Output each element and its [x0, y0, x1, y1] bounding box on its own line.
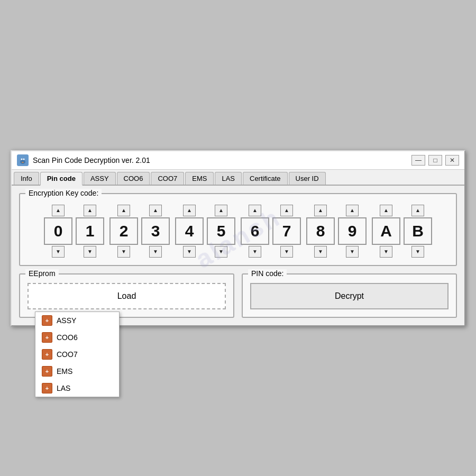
dropdown-item-icon-0: + — [42, 315, 52, 326]
svg-point-6 — [22, 162, 24, 163]
digit-cell-4-0: ▲8▼ — [306, 205, 335, 258]
close-button[interactable]: ✕ — [445, 155, 459, 166]
arrow-up-1-0[interactable]: ▲ — [117, 205, 130, 216]
arrow-up-5-1[interactable]: ▲ — [411, 205, 424, 216]
svg-point-5 — [23, 158, 25, 160]
arrow-up-3-1[interactable]: ▲ — [280, 205, 293, 216]
digit-display-5-0: A — [372, 217, 400, 245]
arrow-up-5-0[interactable]: ▲ — [380, 205, 392, 216]
tab-certificate[interactable]: Certificate — [243, 172, 288, 185]
digit-cell-2-1: ▲5▼ — [206, 205, 236, 258]
dropdown-item-1[interactable]: +COO6 — [35, 329, 119, 346]
digit-display-2-1: 5 — [207, 217, 235, 245]
dropdown-menu: +ASSY+COO6+COO7+EMS+LAS — [35, 312, 120, 397]
digit-display-0-1: 1 — [76, 217, 104, 245]
arrow-up-0-1[interactable]: ▲ — [84, 205, 96, 216]
arrow-down-3-0[interactable]: ▼ — [249, 246, 261, 258]
digit-cell-1-1: ▲3▼ — [141, 205, 170, 258]
arrow-down-0-1[interactable]: ▼ — [84, 246, 96, 258]
digit-pair-1: ▲2▼▲3▼ — [109, 205, 170, 258]
load-button[interactable]: Load — [28, 283, 226, 309]
bottom-row: EEprom Load +ASSY+COO6+COO7+EMS+LAS PIN … — [19, 273, 457, 318]
svg-point-4 — [21, 158, 23, 160]
dropdown-item-label-4: LAS — [57, 384, 70, 392]
arrow-down-3-1[interactable]: ▼ — [280, 246, 293, 258]
dropdown-item-label-1: COO6 — [57, 333, 78, 342]
digit-cell-1-0: ▲2▼ — [109, 205, 139, 258]
arrow-down-2-0[interactable]: ▼ — [183, 246, 196, 258]
arrow-up-3-0[interactable]: ▲ — [249, 205, 261, 216]
dropdown-item-2[interactable]: +COO7 — [35, 346, 119, 363]
digit-display-2-0: 4 — [175, 217, 204, 245]
tab-co07[interactable]: COO7 — [151, 172, 184, 185]
dropdown-item-label-0: ASSY — [57, 316, 76, 325]
digit-pair-2: ▲4▼▲5▼ — [175, 205, 236, 258]
dropdown-item-icon-2: + — [42, 349, 52, 360]
digit-cell-4-1: ▲9▼ — [337, 205, 367, 258]
key-digit-grid: ▲0▼▲1▼▲2▼▲3▼▲4▼▲5▼▲6▼▲7▼▲8▼▲9▼▲A▼▲B▼ — [28, 205, 448, 258]
arrow-up-2-1[interactable]: ▲ — [215, 205, 227, 216]
dropdown-item-3[interactable]: +EMS — [35, 363, 119, 380]
tab-info[interactable]: Info — [14, 172, 39, 185]
tab-assy[interactable]: ASSY — [84, 172, 116, 185]
digit-display-3-0: 6 — [241, 217, 269, 245]
digit-display-4-0: 8 — [306, 217, 335, 245]
arrow-down-1-0[interactable]: ▼ — [117, 246, 130, 258]
digit-display-0-0: 0 — [44, 217, 72, 245]
digit-cell-3-0: ▲6▼ — [240, 205, 270, 258]
main-window: Scan Pin Code Decryption ver. 2.01 — □ ✕… — [11, 150, 465, 326]
arrow-down-1-1[interactable]: ▼ — [149, 246, 162, 258]
title-bar: Scan Pin Code Decryption ver. 2.01 — □ ✕ — [12, 151, 464, 170]
tab-las[interactable]: LAS — [215, 172, 242, 185]
tab-bar: InfoPin codeASSYCOO6COO7EMSLASCertificat… — [12, 170, 464, 186]
digit-cell-5-1: ▲B▼ — [403, 205, 433, 258]
tab-co06[interactable]: COO6 — [117, 172, 150, 185]
digit-display-3-1: 7 — [272, 217, 301, 245]
digit-pair-3: ▲6▼▲7▼ — [240, 205, 301, 258]
digit-display-1-0: 2 — [109, 217, 138, 245]
maximize-button[interactable]: □ — [428, 155, 442, 166]
tab-pincode[interactable]: Pin code — [40, 172, 83, 186]
arrow-down-4-0[interactable]: ▼ — [314, 246, 327, 258]
arrow-down-4-1[interactable]: ▼ — [346, 246, 359, 258]
tab-ems[interactable]: EMS — [185, 172, 214, 185]
digit-pair-5: ▲A▼▲B▼ — [371, 205, 433, 258]
tab-userid[interactable]: User ID — [289, 172, 326, 185]
digit-cell-2-0: ▲4▼ — [175, 205, 204, 258]
arrow-up-0-0[interactable]: ▲ — [52, 205, 65, 216]
minimize-button[interactable]: — — [411, 155, 425, 166]
digit-cell-3-1: ▲7▼ — [272, 205, 301, 258]
arrow-up-4-0[interactable]: ▲ — [314, 205, 327, 216]
digit-pair-0: ▲0▼▲1▼ — [43, 205, 105, 258]
dropdown-item-label-3: EMS — [57, 367, 72, 376]
decrypt-button[interactable]: Decrypt — [250, 283, 448, 309]
dropdown-item-0[interactable]: +ASSY — [35, 312, 119, 329]
dropdown-item-icon-4: + — [42, 383, 52, 393]
app-icon — [17, 154, 29, 166]
arrow-down-5-0[interactable]: ▼ — [380, 246, 392, 258]
dropdown-item-4[interactable]: +LAS — [35, 380, 119, 397]
digit-cell-0-1: ▲1▼ — [75, 205, 105, 258]
digit-cell-5-0: ▲A▼ — [371, 205, 401, 258]
main-content: Encryption Key code: ▲0▼▲1▼▲2▼▲3▼▲4▼▲5▼▲… — [12, 186, 464, 325]
arrow-up-1-1[interactable]: ▲ — [149, 205, 162, 216]
window-title: Scan Pin Code Decryption ver. 2.01 — [33, 156, 411, 164]
eeprom-section: EEprom Load +ASSY+COO6+COO7+EMS+LAS — [19, 273, 234, 318]
window-controls: — □ ✕ — [411, 155, 459, 166]
digit-display-5-1: B — [404, 217, 432, 245]
arrow-up-4-1[interactable]: ▲ — [346, 205, 359, 216]
eeprom-label: EEprom — [25, 269, 59, 278]
digit-pair-4: ▲8▼▲9▼ — [306, 205, 367, 258]
encryption-key-label: Encryption Key code: — [25, 189, 102, 197]
dropdown-item-icon-3: + — [42, 366, 52, 377]
dropdown-item-icon-1: + — [42, 332, 52, 343]
arrow-up-2-0[interactable]: ▲ — [183, 205, 196, 216]
dropdown-item-label-2: COO7 — [57, 350, 78, 359]
arrow-down-2-1[interactable]: ▼ — [215, 246, 227, 258]
arrow-down-5-1[interactable]: ▼ — [411, 246, 424, 258]
digit-cell-0-0: ▲0▼ — [43, 205, 73, 258]
pin-section: PIN code: Decrypt — [242, 273, 457, 318]
arrow-down-0-0[interactable]: ▼ — [52, 246, 65, 258]
pin-code-label: PIN code: — [248, 269, 287, 278]
encryption-key-section: Encryption Key code: ▲0▼▲1▼▲2▼▲3▼▲4▼▲5▼▲… — [19, 193, 457, 266]
